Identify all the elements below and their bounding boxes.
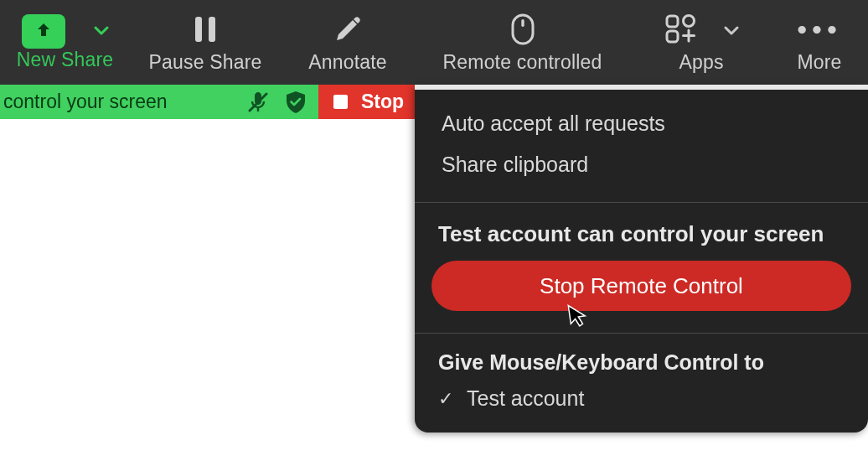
pause-icon — [188, 12, 223, 47]
controlled-by-text: Test account can control your screen — [415, 203, 868, 261]
new-share-dropdown-chevron-icon[interactable] — [94, 26, 109, 36]
menu-item-auto-accept[interactable]: Auto accept all requests — [438, 103, 845, 144]
toolbar-annotate-label: Annotate — [308, 51, 387, 74]
mic-muted-icon[interactable] — [248, 91, 268, 114]
toolbar-more[interactable]: ••• More — [772, 0, 866, 85]
banner-stop-label: Stop — [361, 91, 404, 113]
svg-rect-0 — [195, 17, 202, 42]
give-control-option-label: Test account — [467, 386, 584, 411]
toolbar-new-share[interactable]: New Share — [0, 0, 130, 85]
toolbar-remote-label: Remote controlled — [442, 51, 602, 74]
upload-arrow-icon — [34, 21, 54, 41]
toolbar-pause-share[interactable]: Pause Share — [130, 0, 281, 85]
toolbar-more-label: More — [797, 51, 841, 74]
toolbar-new-share-label: New Share — [17, 49, 114, 71]
give-control-title: Give Mouse/Keyboard Control to — [415, 334, 868, 380]
pencil-icon — [330, 12, 365, 47]
stop-icon — [333, 95, 348, 109]
svg-rect-1 — [209, 17, 215, 42]
mouse-cursor-icon — [566, 301, 590, 329]
toolbar-annotate[interactable]: Annotate — [281, 0, 415, 85]
share-toolbar: New Share Pause Share Annotate Remote co… — [0, 0, 868, 85]
apps-dropdown-chevron-icon[interactable] — [724, 26, 739, 36]
toolbar-remote-controlled[interactable]: Remote controlled — [415, 0, 630, 85]
mouse-icon — [505, 12, 540, 47]
toolbar-apps-label: Apps — [679, 51, 723, 74]
shield-icon[interactable] — [285, 91, 307, 114]
svg-rect-3 — [521, 19, 524, 27]
check-icon: ✓ — [438, 388, 453, 410]
toolbar-apps[interactable]: Apps — [630, 0, 772, 85]
apps-icon — [664, 12, 699, 47]
stop-remote-control-button[interactable]: Stop Remote Control — [431, 261, 851, 311]
banner-status-text: control your screen — [3, 91, 168, 113]
svg-point-5 — [684, 15, 695, 26]
svg-rect-6 — [667, 31, 678, 42]
give-control-option-test-account[interactable]: ✓ Test account — [415, 380, 868, 429]
banner-status-green: control your screen — [0, 85, 318, 119]
toolbar-new-share-icon-button[interactable] — [22, 14, 65, 49]
menu-item-share-clipboard[interactable]: Share clipboard — [438, 144, 845, 185]
remote-control-popup: Auto accept all requests Share clipboard… — [415, 85, 868, 433]
svg-rect-4 — [667, 16, 678, 27]
ellipsis-icon: ••• — [802, 12, 837, 47]
toolbar-pause-label: Pause Share — [148, 51, 261, 74]
